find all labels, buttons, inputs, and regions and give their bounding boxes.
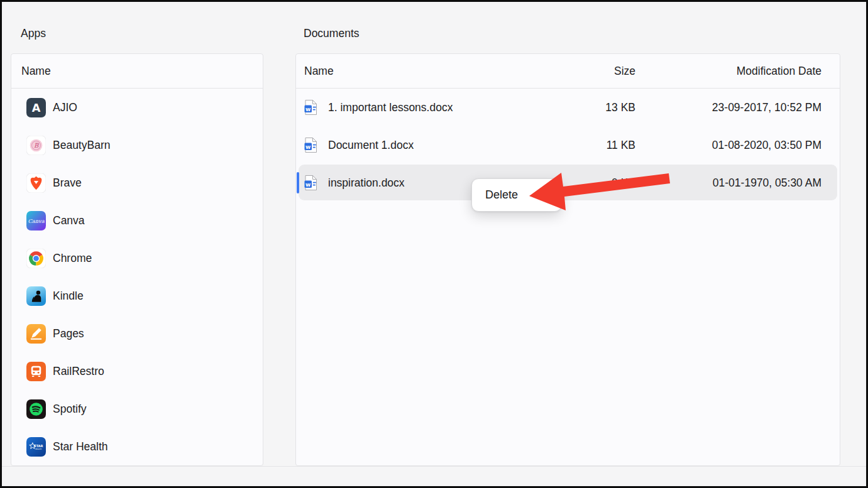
kindle-app-icon	[26, 286, 46, 306]
svg-text:w: w	[305, 106, 310, 112]
context-menu: Delete	[471, 178, 562, 212]
svg-text:STAR: STAR	[34, 443, 43, 447]
app-name-label: Star Health	[53, 440, 108, 453]
documents-column-header: Name Size Modification Date	[296, 54, 840, 89]
app-name-label: BeautyBarn	[53, 139, 110, 152]
svg-text:w: w	[305, 144, 310, 150]
railrestro-app-icon	[26, 362, 46, 381]
document-size-label: 11 KB	[529, 139, 635, 152]
app-list-item-chrome[interactable]: Chrome	[11, 239, 263, 277]
app-name-label: Kindle	[53, 290, 84, 303]
beautybarn-app-icon: B	[26, 136, 46, 155]
app-name-label: Spotify	[53, 403, 87, 416]
file-manager-window: Apps Documents Name A AJIO B BeautyBarn	[0, 0, 868, 488]
pages-app-icon	[26, 324, 46, 344]
document-name-label: 1. important lessons.docx	[328, 101, 453, 114]
app-list-item-ajio[interactable]: A AJIO	[11, 89, 263, 126]
app-list-item-beautybarn[interactable]: B BeautyBarn	[11, 126, 263, 164]
context-menu-item-delete[interactable]: Delete	[485, 188, 518, 202]
svg-text:Canva: Canva	[28, 217, 44, 224]
footer-strip	[2, 467, 866, 486]
document-modified-label: 23-09-2017, 10:52 PM	[635, 101, 821, 114]
app-list-item-kindle[interactable]: Kindle	[11, 277, 263, 315]
app-list-item-spotify[interactable]: Spotify	[11, 390, 263, 428]
documents-name-column-header[interactable]: Name	[304, 65, 529, 78]
app-name-label: Canva	[53, 214, 85, 227]
app-name-label: AJIO	[53, 101, 77, 114]
canva-app-icon: Canva	[26, 211, 46, 230]
app-name-label: Pages	[53, 327, 84, 340]
svg-text:w: w	[305, 182, 310, 188]
svg-text:HEALTH: HEALTH	[35, 447, 42, 450]
ajio-app-icon: A	[26, 98, 46, 117]
apps-panel: Name A AJIO B BeautyBarn Bra	[11, 53, 263, 466]
svg-text:A: A	[32, 102, 41, 114]
app-list-item-star-health[interactable]: STAR HEALTH Star Health	[11, 428, 263, 465]
app-name-label: Chrome	[53, 252, 92, 265]
documents-panel: Name Size Modification Date w 1. importa…	[295, 53, 840, 466]
document-row-important-lessons[interactable]: w 1. important lessons.docx 13 KB 23-09-…	[296, 89, 840, 126]
document-name-label: inspiration.docx	[328, 176, 405, 190]
apps-name-column-header[interactable]: Name	[21, 65, 51, 78]
selection-accent-bar	[297, 172, 299, 193]
word-document-icon: w	[304, 175, 317, 191]
app-list-item-railrestro[interactable]: RailRestro	[11, 352, 263, 390]
app-list-item-canva[interactable]: Canva Canva	[11, 202, 263, 239]
documents-panel-title: Documents	[304, 27, 360, 40]
brave-app-icon	[26, 173, 46, 193]
documents-size-column-header[interactable]: Size	[529, 65, 635, 78]
starhealth-app-icon: STAR HEALTH	[26, 437, 46, 457]
word-document-icon: w	[304, 137, 317, 153]
spotify-app-icon	[26, 399, 46, 419]
app-list-item-brave[interactable]: Brave	[11, 164, 263, 202]
documents-modification-date-column-header[interactable]: Modification Date	[635, 65, 821, 78]
apps-panel-title: Apps	[21, 27, 46, 40]
document-row-document-1[interactable]: w Document 1.docx 11 KB 01-08-2020, 03:5…	[296, 126, 840, 164]
document-modified-label: 01-08-2020, 03:50 PM	[635, 139, 821, 152]
app-name-label: RailRestro	[53, 365, 104, 378]
apps-column-header[interactable]: Name	[11, 54, 263, 89]
app-list-item-pages[interactable]: Pages	[11, 315, 263, 352]
document-name-label: Document 1.docx	[328, 139, 414, 152]
document-row-inspiration-selected[interactable]: w inspiration.docx 0 KB 01-01-1970, 05:3…	[296, 164, 840, 202]
app-name-label: Brave	[53, 176, 82, 190]
document-modified-label: 01-01-1970, 05:30 AM	[635, 176, 821, 190]
document-size-label: 13 KB	[529, 101, 635, 114]
word-document-icon: w	[304, 99, 317, 116]
svg-text:B: B	[34, 142, 39, 149]
chrome-app-icon	[26, 249, 46, 268]
